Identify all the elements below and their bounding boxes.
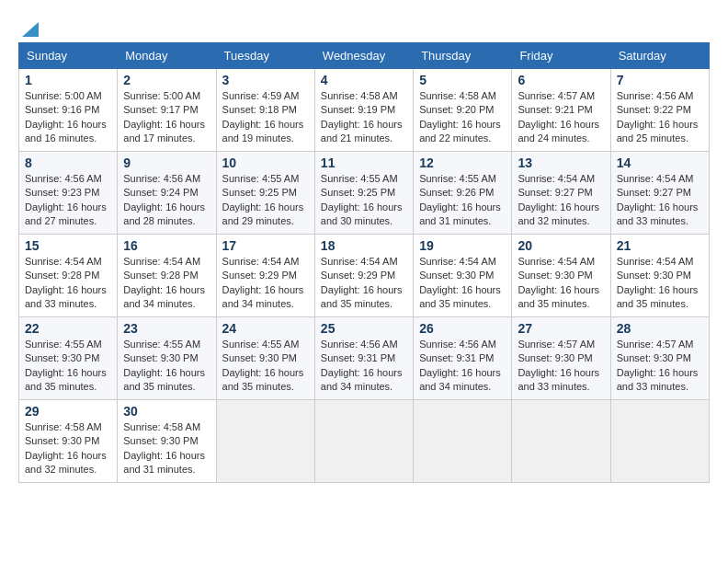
svg-marker-0 [22, 22, 39, 37]
sunset-label: Sunset: 9:20 PM [419, 104, 494, 115]
sunrise-label: Sunrise: 4:55 AM [123, 339, 200, 350]
calendar-cell: 21 Sunrise: 4:54 AM Sunset: 9:30 PM Dayl… [610, 235, 709, 317]
logo-icon [20, 18, 40, 39]
daylight-label: Daylight: 16 hours and 35 minutes. [321, 284, 403, 309]
day-number: 7 [617, 73, 703, 87]
day-number: 3 [222, 73, 309, 87]
calendar-cell: 24 Sunrise: 4:55 AM Sunset: 9:30 PM Dayl… [216, 317, 314, 400]
day-number: 28 [617, 321, 703, 336]
sunrise-label: Sunrise: 4:58 AM [123, 421, 200, 432]
sunrise-label: Sunrise: 4:57 AM [617, 339, 694, 350]
sunrise-label: Sunrise: 5:00 AM [123, 90, 200, 101]
calendar-cell: 16 Sunrise: 4:54 AM Sunset: 9:28 PM Dayl… [118, 235, 216, 317]
calendar-header-friday: Friday [512, 43, 610, 69]
sunset-label: Sunset: 9:28 PM [123, 270, 198, 281]
daylight-label: Daylight: 16 hours and 35 minutes. [222, 367, 304, 392]
day-number: 16 [123, 238, 210, 253]
day-number: 24 [222, 321, 309, 336]
sunset-label: Sunset: 9:30 PM [25, 435, 99, 446]
day-info: Sunrise: 4:59 AM Sunset: 9:18 PM Dayligh… [222, 89, 309, 146]
calendar-cell: 28 Sunrise: 4:57 AM Sunset: 9:30 PM Dayl… [610, 317, 709, 400]
sunset-label: Sunset: 9:17 PM [123, 104, 198, 115]
daylight-label: Daylight: 16 hours and 27 minutes. [25, 201, 107, 226]
daylight-label: Daylight: 16 hours and 33 minutes. [25, 284, 107, 309]
sunset-label: Sunset: 9:25 PM [222, 187, 297, 198]
daylight-label: Daylight: 16 hours and 19 minutes. [222, 119, 304, 144]
day-number: 12 [419, 155, 506, 170]
day-info: Sunrise: 4:58 AM Sunset: 9:19 PM Dayligh… [321, 89, 407, 146]
daylight-label: Daylight: 16 hours and 33 minutes. [617, 367, 699, 392]
day-info: Sunrise: 4:54 AM Sunset: 9:30 PM Dayligh… [518, 255, 604, 312]
calendar-cell [216, 400, 314, 483]
day-number: 29 [25, 404, 111, 419]
calendar-cell: 26 Sunrise: 4:56 AM Sunset: 9:31 PM Dayl… [414, 317, 512, 400]
sunset-label: Sunset: 9:26 PM [419, 187, 494, 198]
sunset-label: Sunset: 9:23 PM [25, 187, 99, 198]
calendar-header-row: SundayMondayTuesdayWednesdayThursdayFrid… [19, 43, 710, 69]
day-info: Sunrise: 4:57 AM Sunset: 9:21 PM Dayligh… [518, 89, 604, 146]
daylight-label: Daylight: 16 hours and 25 minutes. [617, 119, 699, 144]
day-info: Sunrise: 4:55 AM Sunset: 9:30 PM Dayligh… [123, 338, 210, 395]
sunrise-label: Sunrise: 4:58 AM [419, 90, 496, 101]
sunrise-label: Sunrise: 4:56 AM [321, 339, 398, 350]
day-info: Sunrise: 4:55 AM Sunset: 9:25 PM Dayligh… [222, 172, 309, 229]
day-info: Sunrise: 4:54 AM Sunset: 9:30 PM Dayligh… [617, 255, 703, 312]
sunset-label: Sunset: 9:30 PM [419, 270, 494, 281]
sunset-label: Sunset: 9:24 PM [123, 187, 198, 198]
day-number: 13 [518, 155, 604, 170]
calendar-cell: 1 Sunrise: 5:00 AM Sunset: 9:16 PM Dayli… [19, 69, 118, 152]
day-info: Sunrise: 4:54 AM Sunset: 9:27 PM Dayligh… [518, 172, 604, 229]
calendar-cell: 2 Sunrise: 5:00 AM Sunset: 9:17 PM Dayli… [118, 69, 216, 152]
day-info: Sunrise: 5:00 AM Sunset: 9:17 PM Dayligh… [123, 89, 210, 146]
calendar-cell: 27 Sunrise: 4:57 AM Sunset: 9:30 PM Dayl… [512, 317, 610, 400]
day-info: Sunrise: 4:55 AM Sunset: 9:30 PM Dayligh… [222, 338, 309, 395]
day-number: 1 [25, 73, 111, 87]
calendar-header-wednesday: Wednesday [314, 43, 413, 69]
daylight-label: Daylight: 16 hours and 34 minutes. [222, 284, 304, 309]
calendar-week-1: 1 Sunrise: 5:00 AM Sunset: 9:16 PM Dayli… [19, 69, 710, 152]
sunrise-label: Sunrise: 4:56 AM [25, 173, 102, 184]
calendar-cell: 11 Sunrise: 4:55 AM Sunset: 9:25 PM Dayl… [314, 152, 413, 235]
sunset-label: Sunset: 9:27 PM [518, 187, 592, 198]
sunrise-label: Sunrise: 4:54 AM [617, 256, 694, 267]
daylight-label: Daylight: 16 hours and 16 minutes. [25, 119, 107, 144]
sunrise-label: Sunrise: 4:54 AM [617, 173, 694, 184]
daylight-label: Daylight: 16 hours and 32 minutes. [518, 201, 599, 226]
calendar-cell: 12 Sunrise: 4:55 AM Sunset: 9:26 PM Dayl… [414, 152, 512, 235]
sunrise-label: Sunrise: 4:58 AM [25, 421, 102, 432]
day-info: Sunrise: 4:57 AM Sunset: 9:30 PM Dayligh… [617, 338, 703, 395]
day-number: 4 [321, 73, 407, 87]
day-number: 11 [321, 155, 407, 170]
day-number: 25 [321, 321, 407, 336]
sunrise-label: Sunrise: 4:54 AM [518, 256, 595, 267]
day-info: Sunrise: 4:55 AM Sunset: 9:30 PM Dayligh… [25, 338, 111, 395]
day-number: 5 [419, 73, 506, 87]
calendar-cell: 14 Sunrise: 4:54 AM Sunset: 9:27 PM Dayl… [610, 152, 709, 235]
daylight-label: Daylight: 16 hours and 29 minutes. [222, 201, 304, 226]
calendar-cell: 5 Sunrise: 4:58 AM Sunset: 9:20 PM Dayli… [414, 69, 512, 152]
day-info: Sunrise: 4:55 AM Sunset: 9:26 PM Dayligh… [419, 172, 506, 229]
calendar-header-monday: Monday [118, 43, 216, 69]
sunset-label: Sunset: 9:31 PM [321, 352, 395, 363]
daylight-label: Daylight: 16 hours and 35 minutes. [123, 367, 205, 392]
day-number: 26 [419, 321, 506, 336]
sunset-label: Sunset: 9:22 PM [617, 104, 691, 115]
sunset-label: Sunset: 9:30 PM [617, 270, 691, 281]
day-number: 20 [518, 238, 604, 253]
sunset-label: Sunset: 9:30 PM [123, 352, 198, 363]
day-info: Sunrise: 4:58 AM Sunset: 9:30 PM Dayligh… [123, 420, 210, 477]
daylight-label: Daylight: 16 hours and 33 minutes. [518, 367, 599, 392]
day-info: Sunrise: 4:54 AM Sunset: 9:27 PM Dayligh… [617, 172, 703, 229]
day-info: Sunrise: 4:55 AM Sunset: 9:25 PM Dayligh… [321, 172, 407, 229]
daylight-label: Daylight: 16 hours and 31 minutes. [123, 450, 205, 475]
calendar-cell: 22 Sunrise: 4:55 AM Sunset: 9:30 PM Dayl… [19, 317, 118, 400]
calendar-cell: 6 Sunrise: 4:57 AM Sunset: 9:21 PM Dayli… [512, 69, 610, 152]
calendar-header-sunday: Sunday [19, 43, 118, 69]
sunset-label: Sunset: 9:29 PM [222, 270, 297, 281]
sunset-label: Sunset: 9:28 PM [25, 270, 99, 281]
sunset-label: Sunset: 9:27 PM [617, 187, 691, 198]
sunrise-label: Sunrise: 4:56 AM [123, 173, 200, 184]
day-info: Sunrise: 5:00 AM Sunset: 9:16 PM Dayligh… [25, 89, 111, 146]
calendar-cell: 7 Sunrise: 4:56 AM Sunset: 9:22 PM Dayli… [610, 69, 709, 152]
sunset-label: Sunset: 9:30 PM [518, 352, 592, 363]
